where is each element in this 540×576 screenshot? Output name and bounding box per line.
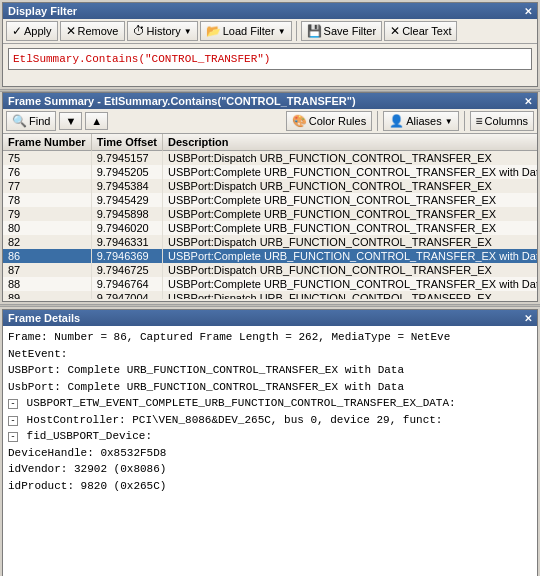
detail-line: idVendor: 32902 (0x8086) <box>8 461 532 478</box>
detail-line: UsbPort: Complete URB_FUNCTION_CONTROL_T… <box>8 379 532 396</box>
table-row[interactable]: 789.7945429USBPort:Complete URB_FUNCTION… <box>3 193 537 207</box>
cell-time-offset: 9.7947004 <box>91 291 162 299</box>
cell-frame-number: 75 <box>3 151 91 166</box>
cell-description: USBPort:Complete URB_FUNCTION_CONTROL_TR… <box>162 165 537 179</box>
collapse-icon[interactable]: - <box>8 399 18 409</box>
frame-summary-close[interactable]: ✕ <box>524 96 532 107</box>
collapse-icon[interactable]: - <box>8 416 18 426</box>
save-filter-button[interactable]: 💾 Save Filter <box>301 21 383 41</box>
cell-time-offset: 9.7945898 <box>91 207 162 221</box>
save-icon: 💾 <box>307 24 322 38</box>
aliases-button[interactable]: 👤 Aliases ▼ <box>383 111 458 131</box>
history-label: History <box>147 25 181 37</box>
frame-summary-toolbar: 🔍 Find ▼ ▲ 🎨 Color Rules 👤 Aliases ▼ ≡ C… <box>3 109 537 134</box>
cell-frame-number: 82 <box>3 235 91 249</box>
filter-input[interactable] <box>8 48 532 70</box>
cell-description: USBPort:Complete URB_FUNCTION_CONTROL_TR… <box>162 207 537 221</box>
sort-down-button[interactable]: ▼ <box>59 112 82 130</box>
load-icon: 📂 <box>206 24 221 38</box>
save-filter-label: Save Filter <box>324 25 377 37</box>
frame-details-title-text: Frame Details <box>8 312 80 324</box>
cell-description: USBPort:Dispatch URB_FUNCTION_CONTROL_TR… <box>162 151 537 166</box>
color-icon: 🎨 <box>292 114 307 128</box>
cell-time-offset: 9.7946725 <box>91 263 162 277</box>
frame-table-scroll[interactable]: Frame Number Time Offset Description 759… <box>3 134 537 299</box>
cell-frame-number: 88 <box>3 277 91 291</box>
cell-frame-number: 79 <box>3 207 91 221</box>
columns-label: Columns <box>485 115 528 127</box>
apply-label: Apply <box>24 25 52 37</box>
history-button[interactable]: ⏱ History ▼ <box>127 21 198 41</box>
filter-input-row <box>3 44 537 74</box>
detail-line: DeviceHandle: 0x8532F5D8 <box>8 445 532 462</box>
col-description[interactable]: Description <box>162 134 537 151</box>
table-row[interactable]: 829.7946331USBPort:Dispatch URB_FUNCTION… <box>3 235 537 249</box>
cell-time-offset: 9.7945384 <box>91 179 162 193</box>
table-row[interactable]: 759.7945157USBPort:Dispatch URB_FUNCTION… <box>3 151 537 166</box>
detail-line: idProduct: 9820 (0x265C) <box>8 478 532 495</box>
cell-frame-number: 76 <box>3 165 91 179</box>
detail-line: USBPort: Complete URB_FUNCTION_CONTROL_T… <box>8 362 532 379</box>
cell-frame-number: 78 <box>3 193 91 207</box>
display-filter-close[interactable]: ✕ <box>524 6 532 17</box>
cell-frame-number: 80 <box>3 221 91 235</box>
display-filter-title-text: Display Filter <box>8 5 77 17</box>
detail-line: NetEvent: <box>8 346 532 363</box>
table-row[interactable]: 779.7945384USBPort:Dispatch URB_FUNCTION… <box>3 179 537 193</box>
cell-description: USBPort:Complete URB_FUNCTION_CONTROL_TR… <box>162 249 537 263</box>
columns-button[interactable]: ≡ Columns <box>470 111 534 131</box>
frame-details-close[interactable]: ✕ <box>524 313 532 324</box>
table-row[interactable]: 879.7946725USBPort:Dispatch URB_FUNCTION… <box>3 263 537 277</box>
table-row[interactable]: 899.7947004USBPort:Dispatch URB_FUNCTION… <box>3 291 537 299</box>
sort-up-button[interactable]: ▲ <box>85 112 108 130</box>
col-frame-number[interactable]: Frame Number <box>3 134 91 151</box>
cell-time-offset: 9.7945205 <box>91 165 162 179</box>
find-button[interactable]: 🔍 Find <box>6 111 56 131</box>
table-row[interactable]: 889.7946764USBPort:Complete URB_FUNCTION… <box>3 277 537 291</box>
divider-2 <box>0 304 540 307</box>
clear-text-label: Clear Text <box>402 25 451 37</box>
cell-time-offset: 9.7946764 <box>91 277 162 291</box>
history-icon: ⏱ <box>133 24 145 38</box>
sort-down-icon: ▼ <box>65 115 76 127</box>
cell-time-offset: 9.7946020 <box>91 221 162 235</box>
frame-table: Frame Number Time Offset Description 759… <box>3 134 537 299</box>
display-filter-panel: Display Filter ✕ ✓ Apply ✕ Remove ⏱ Hist… <box>2 2 538 87</box>
aliases-label: Aliases <box>406 115 441 127</box>
table-row[interactable]: 869.7946369USBPort:Complete URB_FUNCTION… <box>3 249 537 263</box>
history-dropdown-arrow: ▼ <box>184 27 192 36</box>
cell-description: USBPort:Dispatch URB_FUNCTION_CONTROL_TR… <box>162 179 537 193</box>
cell-description: USBPort:Dispatch URB_FUNCTION_CONTROL_TR… <box>162 263 537 277</box>
display-filter-toolbar: ✓ Apply ✕ Remove ⏱ History ▼ 📂 Load Filt… <box>3 19 537 44</box>
detail-line: - fid_USBPORT_Device: <box>8 428 532 445</box>
table-row[interactable]: 769.7945205USBPort:Complete URB_FUNCTION… <box>3 165 537 179</box>
frame-summary-title: Frame Summary - EtlSummary.Contains("CON… <box>3 93 537 109</box>
frame-table-body: 759.7945157USBPort:Dispatch URB_FUNCTION… <box>3 151 537 300</box>
find-label: Find <box>29 115 50 127</box>
load-filter-button[interactable]: 📂 Load Filter ▼ <box>200 21 292 41</box>
cell-time-offset: 9.7945429 <box>91 193 162 207</box>
collapse-icon[interactable]: - <box>8 432 18 442</box>
cell-frame-number: 87 <box>3 263 91 277</box>
display-filter-title: Display Filter ✕ <box>3 3 537 19</box>
col-time-offset[interactable]: Time Offset <box>91 134 162 151</box>
frame-details-panel: Frame Details ✕ Frame: Number = 86, Capt… <box>2 309 538 576</box>
table-row[interactable]: 809.7946020USBPort:Complete URB_FUNCTION… <box>3 221 537 235</box>
remove-button[interactable]: ✕ Remove <box>60 21 125 41</box>
columns-icon: ≡ <box>476 114 483 128</box>
color-rules-label: Color Rules <box>309 115 366 127</box>
color-rules-button[interactable]: 🎨 Color Rules <box>286 111 372 131</box>
table-row[interactable]: 799.7945898USBPort:Complete URB_FUNCTION… <box>3 207 537 221</box>
aliases-icon: 👤 <box>389 114 404 128</box>
apply-button[interactable]: ✓ Apply <box>6 21 58 41</box>
find-icon: 🔍 <box>12 114 27 128</box>
toolbar-sep-2 <box>377 111 378 131</box>
cell-description: USBPort:Complete URB_FUNCTION_CONTROL_TR… <box>162 221 537 235</box>
load-filter-label: Load Filter <box>223 25 275 37</box>
detail-line: - HostController: PCI\VEN_8086&DEV_265C,… <box>8 412 532 429</box>
clear-icon: ✕ <box>390 24 400 38</box>
cell-description: USBPort:Complete URB_FUNCTION_CONTROL_TR… <box>162 277 537 291</box>
clear-text-button[interactable]: ✕ Clear Text <box>384 21 457 41</box>
cell-description: USBPort:Dispatch URB_FUNCTION_CONTROL_TR… <box>162 235 537 249</box>
frame-details-content[interactable]: Frame: Number = 86, Captured Frame Lengt… <box>3 326 537 576</box>
